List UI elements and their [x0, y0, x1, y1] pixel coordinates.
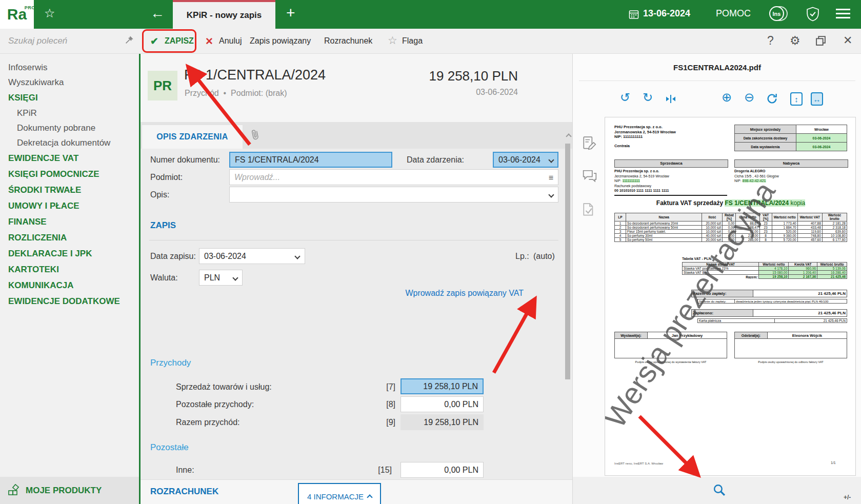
party-field[interactable]: Wprowadź... ≡	[229, 169, 558, 185]
zoom-in-icon[interactable]: ⊕	[722, 91, 732, 104]
income-subheader: Przychody	[150, 358, 191, 368]
party-label: Podmiot:	[150, 173, 183, 182]
vertical-scrollbar[interactable]	[565, 144, 570, 379]
invoice-items-table: LP Nazwa Ilość Rabat [%] Cena netto VAT …	[614, 213, 847, 242]
invoice-item-row: 1So dezodorant perfumowany 20ml20,000 sz…	[615, 221, 847, 225]
entry-date-label: Data zapisu:	[150, 252, 196, 261]
security-shield-icon[interactable]	[806, 7, 819, 24]
sidebar-item-kartoteki[interactable]: KARTOTEKI	[0, 261, 139, 277]
system-date[interactable]: 13-06-2024	[643, 8, 690, 19]
description-dropdown-icon[interactable]	[548, 192, 554, 197]
sidebar-item-rozliczenia[interactable]: ROZLICZENIA	[0, 230, 139, 246]
hamburger-menu-icon[interactable]	[836, 9, 850, 10]
comments-icon[interactable]	[582, 169, 597, 186]
sidebar-nav: Infoserwis Wyszukiwarka KSIĘGI KPiR Doku…	[0, 54, 139, 504]
fit-height-icon[interactable]: ↕	[790, 92, 803, 106]
zapis-section-header: ZAPIS	[150, 220, 176, 231]
invoice-received-box: Odebrał(a):Eleonora Wójcik	[734, 332, 847, 358]
calendar-icon	[629, 9, 639, 22]
invoice-title: Faktura VAT sprzedaży FS 1/CENTRALA/2024…	[605, 199, 856, 207]
income-total-field: 19 258,10 PLN	[401, 414, 484, 430]
linked-entry-button[interactable]: Zapis powiązany	[250, 36, 311, 46]
sidebar-item-kpir[interactable]: KPiR	[0, 106, 139, 120]
sidebar-item-ksiegi-pomocnicze[interactable]: KSIĘGI POMOCNICZE	[0, 166, 139, 182]
income-row-7-field[interactable]: 19 258,10 PLN	[401, 378, 484, 394]
party-list-icon[interactable]: ≡	[549, 173, 553, 183]
sidebar-item-infoserwis[interactable]: Infoserwis	[0, 60, 139, 75]
form-area: Numer dokumentu: FS 1/CENTRALA/2024 Data…	[141, 149, 572, 479]
reset-zoom-icon[interactable]	[766, 93, 778, 107]
invoice-generator: InsERT nexo, InsERT S.A. Wrocław	[614, 462, 663, 465]
insert-account-icon[interactable]: Ins	[769, 6, 787, 24]
invoice-issuer-block: PHU Prezentacja sp. z o.o. Jerzmanowska …	[614, 125, 676, 148]
description-field[interactable]	[229, 187, 558, 203]
sidebar-item-wyszukiwarka[interactable]: Wyszukiwarka	[0, 75, 139, 90]
sidebar-item-dokumenty-pobrane[interactable]: Dokumenty pobrane	[0, 120, 139, 135]
doc-number-field[interactable]: FS 1/CENTRALA/2024	[229, 152, 392, 168]
sidebar-item-umowy-i-place[interactable]: UMOWY I PŁACE	[0, 198, 139, 214]
fit-width-icon[interactable]: ↔	[811, 92, 823, 106]
sidebar-item-deklaracje-i-jpk[interactable]: DEKLARACJE I JPK	[0, 246, 139, 261]
invoice-item-row: 3Fleur 15ml perfumy toalet.10,000 szt0,0…	[615, 229, 847, 233]
tab-opis-zdarzenia[interactable]: OPIS ZDARZENIA	[142, 125, 243, 149]
entry-date-select[interactable]: 03-06-2024	[199, 248, 305, 264]
invoice-received-caption: Podpis osoby upoważnionej do odbioru fak…	[734, 360, 847, 364]
pin-icon[interactable]	[125, 35, 134, 46]
income-row-9-number: [9]	[380, 418, 395, 427]
other-row-15-label: Inne:	[176, 466, 194, 475]
save-button[interactable]: ZAPISZ	[165, 36, 194, 46]
sidebar-item-srodki-trwale[interactable]: ŚRODKI TRWAŁE	[0, 182, 139, 198]
my-products-button[interactable]: MOJE PRODUKTY	[0, 477, 139, 504]
sidebar-item-dekretacja-dokumentow[interactable]: Dekretacja dokumentów	[0, 135, 139, 150]
search-input[interactable]: Szukaj poleceń	[8, 36, 67, 46]
invoice-words-row: Słownie do zapłaty:dwadzieścia jeden tys…	[697, 299, 847, 304]
sidebar-item-ksiegi[interactable]: KSIĘGI	[0, 90, 139, 106]
tab-kpir-nowy-zapis[interactable]: KPiR - nowy zapis	[173, 0, 275, 29]
vat-linked-entry-link[interactable]: Wprowadź zapis powiązany VAT	[346, 289, 524, 298]
record-date: 03-06-2024	[476, 88, 518, 97]
help-menu[interactable]: POMOC	[716, 8, 751, 19]
help-icon[interactable]: ?	[767, 34, 774, 48]
sidebar-item-komunikacja[interactable]: KOMUNIKACJA	[0, 277, 139, 293]
cancel-cross-icon: ✕	[205, 35, 213, 47]
cancel-button[interactable]: Anuluj	[219, 36, 242, 46]
sidebar-item-ewidencje-dodatkowe[interactable]: EWIDENCJE DODATKOWE	[0, 293, 139, 309]
zoom-out-icon[interactable]: ⊖	[744, 91, 754, 104]
pdf-footer-bar: +/-	[573, 477, 861, 504]
new-tab-plus-icon[interactable]: +	[286, 4, 295, 22]
rotate-left-icon[interactable]: ↺	[620, 91, 630, 104]
currency-select[interactable]: PLN	[199, 270, 243, 286]
income-row-8-number: [8]	[380, 400, 395, 409]
invoice-page-number: 1/1	[831, 461, 836, 465]
income-row-8-field[interactable]: 0,00 PLN	[401, 396, 484, 412]
search-magnifier-icon[interactable]	[712, 483, 726, 499]
event-date-field[interactable]: 03-06-2024	[493, 152, 558, 168]
info-count-button[interactable]: 4 INFORMACJE	[298, 483, 381, 504]
paperclip-icon[interactable]	[248, 127, 263, 145]
record-subtitle: Przychód • Podmiot: (brak)	[185, 89, 287, 98]
detach-window-icon[interactable]	[815, 35, 826, 48]
document-edit-icon[interactable]	[582, 136, 596, 153]
other-row-15-field[interactable]: 0,00 PLN	[401, 462, 484, 478]
rotate-right-icon[interactable]: ↻	[643, 91, 653, 104]
currency-label: Waluta:	[150, 273, 178, 283]
top-bar: RaPRO ☆ ← KPiR - nowy zapis + 13-06-2024…	[0, 0, 861, 29]
settlement-button[interactable]: Rozrachunek	[324, 36, 372, 46]
favorites-star-icon[interactable]: ☆	[44, 6, 55, 21]
split-view-icon[interactable]	[665, 94, 676, 106]
app-window: RaPRO ☆ ← KPiR - nowy zapis + 13-06-2024…	[0, 0, 861, 504]
sidebar-item-ewidencje-vat[interactable]: EWIDENCJE VAT	[0, 150, 139, 166]
app-logo[interactable]: RaPRO	[0, 0, 34, 29]
invoice-item-row: 4So perfumy 30ml40,000 szt0,00234,0089 3…	[615, 233, 847, 237]
close-icon[interactable]: ✕	[843, 34, 852, 47]
document-check-icon[interactable]	[582, 203, 596, 220]
gear-icon[interactable]: ⚙	[790, 34, 800, 48]
flag-button[interactable]: Flaga	[402, 36, 423, 46]
invoice-meta-table: Miejsce sprzedażyWrocław Data zakończeni…	[734, 125, 847, 151]
record-header: PR FS 1/CENTRALA/2024 Przychód • Podmiot…	[141, 54, 572, 122]
back-arrow-icon[interactable]: ←	[150, 5, 165, 22]
invoice-paid-row: Zapłacono:21 425,46 PLN	[691, 309, 847, 317]
sidebar-item-finanse[interactable]: FINANSE	[0, 214, 139, 230]
settlement-footer: ROZRACHUNEK 4 INFORMACJE	[141, 479, 572, 504]
pdf-page: PHU Prezentacja sp. z o.o. Jerzmanowska …	[605, 117, 856, 476]
